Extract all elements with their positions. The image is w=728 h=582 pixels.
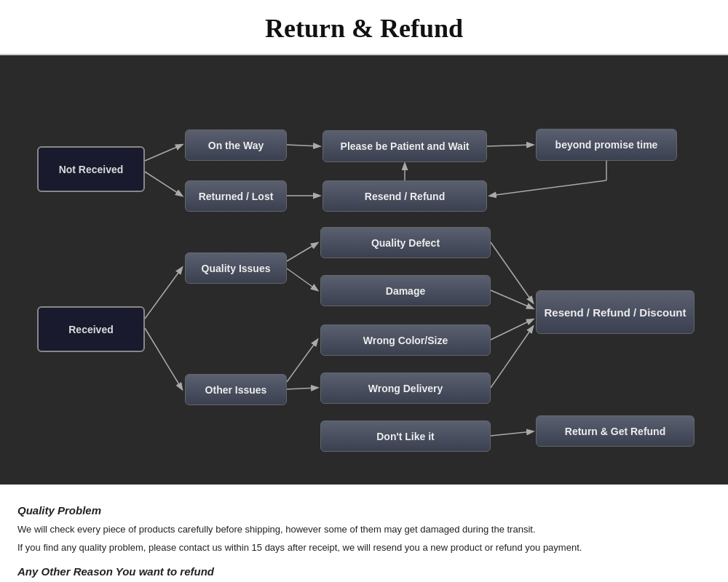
resend-refund-top-box: Resend / Refund: [323, 180, 487, 212]
page-title: Return & Refund: [0, 13, 728, 44]
dont-like-it-box: Don't Like it: [320, 420, 491, 452]
svg-line-13: [287, 388, 317, 389]
beyond-promise-box: beyond promise time: [536, 129, 677, 161]
wrong-color-size-box: Wrong Color/Size: [320, 324, 491, 356]
page-header: Return & Refund: [0, 0, 728, 55]
svg-line-3: [487, 145, 533, 146]
svg-line-0: [145, 145, 182, 161]
quality-issues-box: Quality Issues: [185, 252, 287, 284]
returned-lost-box: Returned / Lost: [185, 180, 287, 212]
svg-line-2: [287, 145, 320, 146]
quality-defect-box: Quality Defect: [320, 227, 491, 258]
svg-line-1: [145, 172, 182, 196]
svg-line-12: [287, 340, 317, 382]
wrong-delivery-box: Wrong Delivery: [320, 372, 491, 404]
svg-line-17: [491, 327, 533, 388]
on-the-way-box: On the Way: [185, 129, 287, 161]
svg-line-18: [491, 431, 533, 436]
svg-line-9: [145, 328, 182, 389]
svg-line-11: [287, 268, 317, 290]
received-box: Received: [37, 306, 145, 352]
section2-title: Any Other Reason You want to refund: [17, 563, 711, 581]
svg-line-14: [491, 242, 533, 303]
section1-p2: If you find any quality problem, please …: [17, 541, 711, 556]
return-get-refund-box: Return & Get Refund: [536, 415, 695, 447]
svg-line-8: [145, 268, 182, 319]
svg-line-16: [491, 319, 533, 340]
damage-box: Damage: [320, 275, 491, 306]
not-received-box: Not Received: [37, 146, 145, 192]
svg-line-5: [490, 180, 606, 196]
please-patient-box: Please be Patient and Wait: [323, 130, 487, 162]
other-issues-box: Other Issues: [185, 374, 287, 405]
section1-p1: We will check every piece of products ca…: [17, 522, 711, 538]
text-section: Quality Problem We will check every piec…: [0, 485, 728, 582]
diagram-area: Not Received On the Way Returned / Lost …: [0, 55, 728, 485]
svg-line-15: [491, 290, 533, 308]
resend-refund-discount-box: Resend / Refund / Discount: [536, 290, 695, 334]
svg-line-10: [287, 243, 317, 261]
section1-title: Quality Problem: [17, 502, 711, 519]
